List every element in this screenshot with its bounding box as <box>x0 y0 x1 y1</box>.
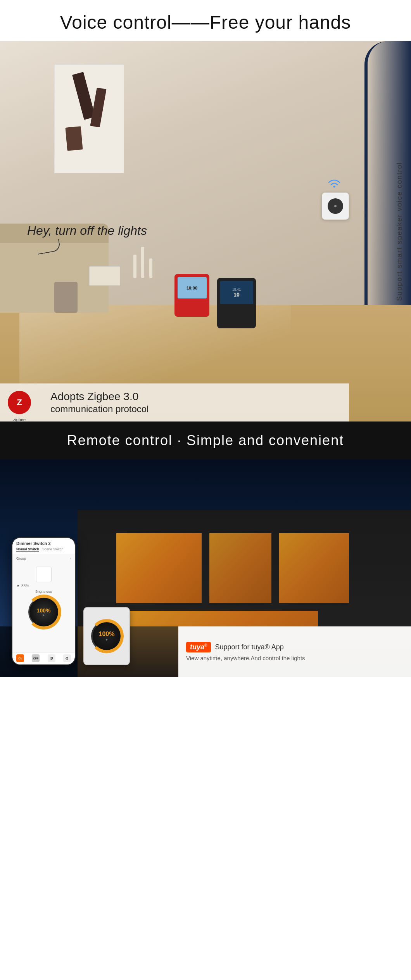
candle-1 <box>133 255 136 278</box>
remote-banner: Remote control · Simple and convenient <box>0 421 411 460</box>
zigbee-line2: communication protocol <box>50 404 149 415</box>
phone-tabs: Nomal Switch Scene Switch <box>16 547 71 552</box>
support-text-label: Support smart speaker voice control <box>395 162 404 301</box>
phone-content: Group › ☀ 33% Brightness 100% <box>12 554 75 652</box>
night-section: Dimmer Switch 2 Nomal Switch Scene Switc… <box>0 460 411 677</box>
tuya-logo-row: tuya® Support for tuya® App <box>186 642 403 652</box>
tuya-section: tuya® Support for tuya® App View anytime… <box>178 626 411 677</box>
tuya-desc: View anytime, anywhere,And control the l… <box>186 655 403 661</box>
phone-arrow-icon: › <box>70 557 71 563</box>
zigbee-bar: Z Adopts Zigbee 3.0 communication protoc… <box>0 383 349 421</box>
wall-art-line <box>65 126 83 151</box>
candle-2 <box>141 247 144 278</box>
dimmer-device: 100% ✦ <box>83 607 130 665</box>
sofa-cushion <box>54 282 78 313</box>
voice-command-text: Hey, turn off the lights <box>27 224 147 238</box>
dimmer-container: 100% ✦ <box>16 597 71 628</box>
phone-title: Dimmer Switch 2 <box>16 541 71 546</box>
zigbee-logo: Z <box>8 391 31 414</box>
zigbee-line1: Adopts Zigbee 3.0 <box>50 390 149 403</box>
book <box>89 266 120 286</box>
white-square-control <box>36 567 52 582</box>
device-black-speaker: 15:41 10 <box>217 278 256 328</box>
support-text-container: Support smart speaker voice control <box>388 41 411 421</box>
phone-group-row: Group › <box>16 557 71 563</box>
phone-screen: Dimmer Switch 2 Nomal Switch Scene Switc… <box>12 538 75 664</box>
bottom-icon-off[interactable]: OFF <box>32 654 40 662</box>
device-red-screen: 10:00 <box>178 277 207 298</box>
voice-header: Voice control——Free your hands <box>0 0 411 41</box>
tab-scene[interactable]: Scene Switch <box>42 547 64 552</box>
brightness-pct: 33% <box>21 584 29 588</box>
zigbee-text: Adopts Zigbee 3.0 communication protocol <box>50 390 149 415</box>
bottom-icon-on[interactable]: ON <box>16 654 24 662</box>
phone-topbar: Dimmer Switch 2 Nomal Switch Scene Switc… <box>12 538 75 554</box>
knob-ring <box>26 595 61 630</box>
switch-inner <box>328 198 343 214</box>
window-3 <box>279 533 349 603</box>
dimmer-device-knob[interactable]: 100% ✦ <box>91 621 122 652</box>
phone-mockup: Dimmer Switch 2 Nomal Switch Scene Switc… <box>12 537 76 665</box>
device-black-screen: 15:41 10 <box>220 281 253 304</box>
window-2 <box>209 533 271 603</box>
window-1 <box>116 533 202 603</box>
candle-3 <box>149 258 152 278</box>
sun-icon: ☀ <box>16 584 20 588</box>
page-title: Voice control——Free your hands <box>8 12 403 33</box>
phone-bottom-icons: ON OFF ⏱ ⚙ <box>12 652 75 664</box>
remote-banner-title: Remote control · Simple and convenient <box>8 432 403 449</box>
tuya-logo: tuya® <box>186 642 211 652</box>
wifi-icon <box>326 177 342 189</box>
device-red-speaker: 10:00 <box>174 274 209 317</box>
dimmer-device-ring <box>90 619 124 653</box>
tuya-support-label: Support for tuya® App <box>215 643 283 651</box>
brightness-icon-row: ☀ 33% <box>16 584 71 588</box>
device-status: 15:41 <box>232 288 241 291</box>
device-number: 10 <box>233 291 240 298</box>
switch-dot <box>334 205 337 207</box>
wall-art <box>54 64 124 173</box>
brightness-label: Brightness <box>16 590 71 593</box>
tuya-reg: ® <box>204 643 207 647</box>
smart-switch <box>322 193 349 220</box>
phone-group-label: Group <box>16 557 26 560</box>
tab-normal[interactable]: Nomal Switch <box>16 547 39 552</box>
wifi-waves <box>326 177 342 192</box>
dimmer-knob[interactable]: 100% ✦ <box>28 597 59 628</box>
living-room-section: 10:00 15:41 10 Hey, turn off the lights … <box>0 41 411 421</box>
bottom-icon-settings[interactable]: ⚙ <box>63 654 71 662</box>
device-time: 10:00 <box>187 286 197 290</box>
candle-group <box>132 247 154 278</box>
bottom-icon-timer[interactable]: ⏱ <box>48 654 55 662</box>
